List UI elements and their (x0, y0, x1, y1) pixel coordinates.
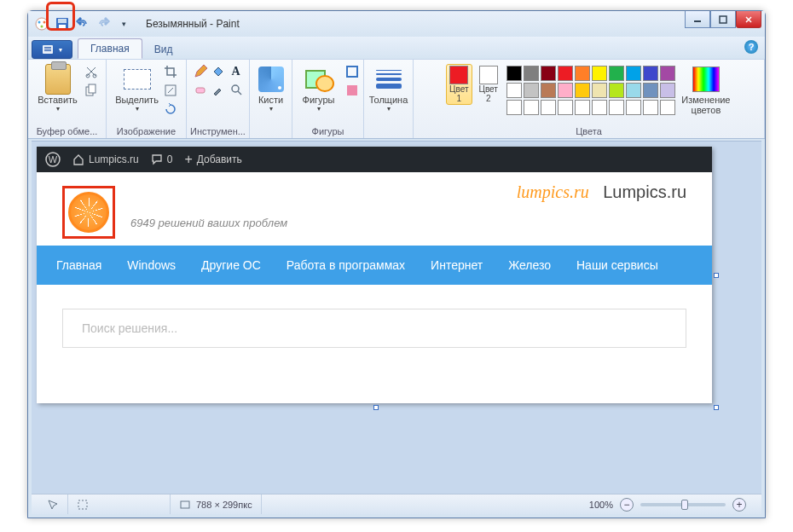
cut-icon[interactable] (84, 64, 99, 79)
group-tools: A Инструмен... (187, 60, 250, 138)
palette-swatch[interactable] (524, 83, 539, 98)
brushes-button[interactable]: Кисти ▾ (249, 64, 293, 113)
palette-swatch[interactable] (541, 100, 556, 115)
pencil-icon[interactable] (193, 64, 208, 79)
eyedropper-icon[interactable] (211, 82, 226, 97)
svg-rect-11 (44, 49, 51, 49)
wp-comments-link: 0 (151, 153, 173, 165)
canvas-viewport[interactable]: W Lumpics.ru 0 +Добавить 6949 решений ва… (32, 141, 761, 494)
logo-highlight-annotation (62, 186, 115, 239)
palette-swatch[interactable] (541, 83, 556, 98)
palette-swatch[interactable] (558, 100, 573, 115)
nav-item: Интернет (418, 258, 495, 272)
palette-swatch[interactable] (506, 100, 522, 115)
shapes-button[interactable]: Фигуры ▾ (297, 64, 341, 113)
palette-swatch[interactable] (626, 66, 641, 81)
save-icon[interactable] (54, 15, 71, 32)
color1-button[interactable]: Цвет 1 (446, 64, 472, 105)
palette-swatch[interactable] (643, 66, 658, 81)
brushes-label: Кисти (258, 95, 283, 105)
qat-customize-icon[interactable]: ▾ (115, 15, 132, 32)
palette-swatch[interactable] (541, 66, 556, 81)
palette-swatch[interactable] (524, 66, 539, 81)
resize-handle-se[interactable] (714, 405, 719, 410)
group-shapes: Фигуры ▾ Фигуры (292, 60, 364, 138)
svg-rect-21 (347, 85, 357, 95)
file-menu-button[interactable]: ▾ (32, 40, 72, 59)
size-button[interactable]: Толщина ▾ (367, 64, 411, 113)
edit-colors-label: Изменение цветов (681, 95, 730, 115)
palette-swatch[interactable] (592, 66, 607, 81)
palette-swatch[interactable] (575, 66, 590, 81)
palette-swatch[interactable] (524, 100, 539, 115)
tab-view[interactable]: Вид (142, 40, 185, 59)
text-icon[interactable]: A (229, 64, 244, 79)
palette-swatch[interactable] (592, 83, 607, 98)
help-icon[interactable]: ? (744, 40, 758, 54)
zoom-slider[interactable] (640, 503, 726, 506)
palette-swatch[interactable] (592, 100, 607, 115)
svg-rect-7 (694, 20, 701, 22)
palette-swatch[interactable] (643, 100, 658, 115)
svg-rect-10 (44, 47, 51, 48)
palette-swatch[interactable] (506, 83, 522, 98)
magnifier-icon[interactable] (229, 82, 244, 97)
color2-button[interactable]: Цвет 2 (476, 64, 501, 105)
shape-fill-icon[interactable] (344, 83, 360, 98)
palette-swatch[interactable] (609, 66, 624, 81)
zoom-out-button[interactable]: − (620, 498, 634, 512)
zoom-value: 100% (589, 500, 613, 510)
zoom-in-button[interactable]: + (732, 498, 746, 512)
shape-outline-icon[interactable] (344, 64, 360, 79)
palette-swatch[interactable] (660, 66, 675, 81)
canvas[interactable]: W Lumpics.ru 0 +Добавить 6949 решений ва… (37, 147, 712, 403)
paint-app-icon[interactable] (33, 15, 50, 32)
nav-item: Другие ОС (188, 258, 274, 272)
minimize-button[interactable] (685, 11, 710, 28)
group-brushes: Кисти ▾ (250, 60, 292, 138)
svg-rect-20 (347, 66, 357, 77)
tools-group-label: Инструмен... (190, 124, 246, 138)
copy-icon[interactable] (84, 83, 99, 98)
resize-handle-s[interactable] (373, 405, 379, 410)
tab-home[interactable]: Главная (78, 38, 142, 59)
fill-icon[interactable] (211, 64, 226, 79)
svg-rect-6 (59, 25, 66, 30)
palette-swatch[interactable] (575, 100, 590, 115)
palette-swatch[interactable] (558, 66, 573, 81)
search-input: Поиск решения... (62, 309, 686, 348)
palette-swatch[interactable] (626, 83, 641, 98)
undo-icon[interactable] (74, 15, 91, 32)
eraser-icon[interactable] (193, 82, 208, 97)
status-bar: 788 × 299пкс 100% − + (32, 494, 761, 514)
crop-icon[interactable] (163, 64, 178, 79)
ribbon: Вставить ▾ Буфер обме... Выделить ▾ (28, 59, 765, 139)
palette-swatch[interactable] (609, 100, 624, 115)
nav-item: Железо (495, 258, 564, 272)
group-clipboard: Вставить ▾ Буфер обме... (28, 60, 107, 138)
paste-button[interactable]: Вставить ▾ (36, 64, 80, 113)
svg-rect-16 (89, 84, 96, 93)
color-palette (505, 64, 677, 117)
svg-rect-12 (44, 50, 51, 51)
select-button[interactable]: Выделить ▾ (115, 64, 159, 113)
palette-swatch[interactable] (609, 83, 624, 98)
palette-swatch[interactable] (575, 83, 590, 98)
maximize-button[interactable] (710, 11, 736, 28)
palette-swatch[interactable] (506, 66, 522, 81)
palette-swatch[interactable] (643, 83, 658, 98)
palette-swatch[interactable] (660, 100, 675, 115)
palette-swatch[interactable] (626, 100, 641, 115)
palette-swatch[interactable] (660, 83, 675, 98)
group-image: Выделить ▾ Изображение (107, 60, 187, 138)
edit-colors-button[interactable]: Изменение цветов (680, 64, 732, 115)
wp-admin-bar: W Lumpics.ru 0 +Добавить (37, 147, 712, 172)
resize-handle-e[interactable] (714, 273, 719, 278)
redo-icon[interactable] (95, 15, 112, 32)
nav-item: Windows (114, 258, 188, 272)
wp-logo-icon: W (45, 152, 61, 167)
close-button[interactable] (736, 11, 761, 28)
resize-icon[interactable] (163, 83, 178, 98)
rotate-icon[interactable] (163, 101, 178, 117)
palette-swatch[interactable] (558, 83, 573, 98)
